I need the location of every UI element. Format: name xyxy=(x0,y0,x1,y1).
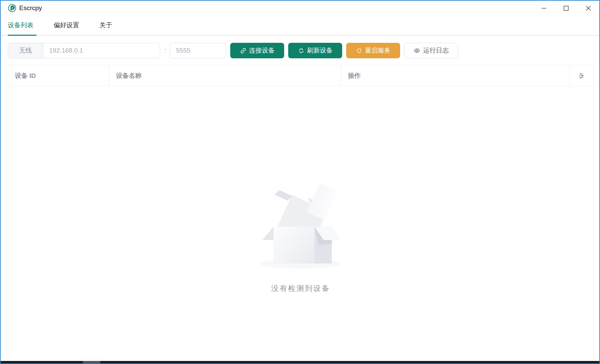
minimize-button[interactable] xyxy=(533,1,555,16)
refresh-devices-label: 刷新设备 xyxy=(307,46,333,55)
escrcpy-logo-icon: e xyxy=(8,4,16,12)
column-header-actions: 操作 xyxy=(341,65,570,86)
titlebar: e Escrcpy xyxy=(1,1,599,16)
close-button[interactable] xyxy=(577,1,599,16)
connect-device-label: 连接设备 xyxy=(249,46,275,55)
device-table-body: 没有检测到设备 xyxy=(8,86,593,359)
column-settings-button[interactable] xyxy=(570,65,593,86)
window-controls xyxy=(533,1,599,16)
svg-text:e: e xyxy=(12,6,13,9)
restart-service-label: 重启服务 xyxy=(365,46,391,55)
app-title: Escrcpy xyxy=(19,4,42,12)
run-logs-label: 运行日志 xyxy=(423,46,449,55)
host-input[interactable] xyxy=(43,43,160,58)
wireless-label: 无线 xyxy=(8,43,43,58)
view-icon xyxy=(414,47,420,54)
refresh-right-icon xyxy=(356,48,362,54)
tab-device-list[interactable]: 设备列表 xyxy=(8,21,33,30)
port-input[interactable] xyxy=(170,43,226,58)
column-header-device-id: 设备 ID xyxy=(8,65,109,86)
run-logs-button[interactable]: 运行日志 xyxy=(404,43,458,58)
app-window: e Escrcpy 设备列表 xyxy=(0,0,600,364)
maximize-icon xyxy=(564,6,569,11)
empty-box-illustration xyxy=(260,181,341,269)
restart-service-button[interactable]: 重启服务 xyxy=(346,43,400,58)
device-table-header: 设备 ID 设备名称 操作 xyxy=(8,65,593,86)
taskbar-app-segment[interactable] xyxy=(83,361,100,363)
refresh-icon xyxy=(298,48,304,54)
device-table: 设备 ID 设备名称 操作 xyxy=(8,65,594,359)
tab-bar: 设备列表 偏好设置 关于 xyxy=(1,16,599,36)
link-icon xyxy=(240,48,246,54)
toolbar: 无线 : 连接设备 刷新设备 xyxy=(8,43,592,58)
wireless-address-group: 无线 xyxy=(8,43,160,58)
empty-state-text: 没有检测到设备 xyxy=(271,283,330,294)
close-icon xyxy=(586,6,591,11)
tab-preferences[interactable]: 偏好设置 xyxy=(54,21,79,30)
tab-about[interactable]: 关于 xyxy=(99,21,112,30)
connect-device-button[interactable]: 连接设备 xyxy=(230,43,284,58)
maximize-button[interactable] xyxy=(555,1,577,16)
column-header-device-name: 设备名称 xyxy=(109,65,341,86)
minimize-icon xyxy=(541,6,546,11)
sliders-icon xyxy=(578,72,585,80)
active-tab-underline xyxy=(8,35,36,36)
taskbar-strip xyxy=(1,361,599,363)
host-port-separator: : xyxy=(164,47,166,54)
refresh-devices-button[interactable]: 刷新设备 xyxy=(288,43,342,58)
